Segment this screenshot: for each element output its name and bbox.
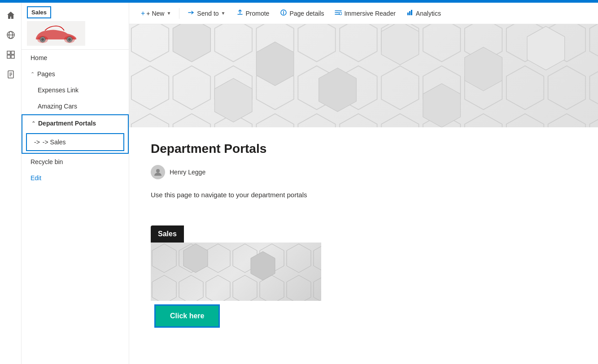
page-info-section: Department Portals Henry Legge Use this … <box>129 127 598 225</box>
site-logo-label[interactable]: Sales <box>27 6 51 18</box>
sales-card: Sales <box>151 225 321 328</box>
svg-rect-20 <box>409 11 410 15</box>
sales-card-area: Sales <box>129 225 598 342</box>
svg-rect-21 <box>411 10 412 15</box>
toolbar: + + New ▼ Send to ▼ <box>129 3 598 24</box>
page-nav-icon[interactable] <box>2 65 20 83</box>
promote-button[interactable]: Promote <box>232 6 274 21</box>
sales-item-label: -> Sales <box>43 139 66 146</box>
dept-portals-label: Department Portals <box>38 120 96 127</box>
svg-rect-5 <box>7 55 10 58</box>
author-avatar <box>151 165 165 179</box>
page-title: Department Portals <box>151 142 576 156</box>
plus-icon: + <box>141 9 145 17</box>
promote-icon <box>236 9 244 18</box>
immersive-reader-icon <box>335 9 342 18</box>
globe-nav-icon[interactable] <box>2 26 20 44</box>
icon-rail <box>0 3 22 364</box>
send-icon <box>188 9 195 18</box>
send-to-button[interactable]: Send to ▼ <box>183 6 230 21</box>
svg-point-16 <box>68 38 71 41</box>
nav-dept-portals-section: ⌃ Department Portals -> -> Sales <box>22 114 129 154</box>
author-name: Henry Legge <box>170 169 205 176</box>
immersive-reader-button[interactable]: Immersive Reader <box>330 6 400 21</box>
new-chevron-icon: ▼ <box>166 11 171 16</box>
nav-sales-item[interactable]: -> -> Sales <box>26 133 124 151</box>
page-body: Department Portals Henry Legge Use this … <box>129 24 598 364</box>
main-content: + + New ▼ Send to ▼ <box>129 3 598 364</box>
hero-hex-area <box>129 24 598 127</box>
svg-point-15 <box>41 38 44 41</box>
nav-expenses-link[interactable]: Expenses Link <box>22 82 129 98</box>
arrow-icon: -> <box>34 139 40 146</box>
sidebar-logo-area: Sales <box>22 3 129 50</box>
svg-point-32 <box>156 169 160 173</box>
page-details-label: Page details <box>289 10 324 17</box>
click-here-button[interactable]: Click here <box>156 306 218 326</box>
sidebar-car-image <box>27 21 85 46</box>
immersive-reader-label: Immersive Reader <box>344 10 395 17</box>
nav-recycle-bin[interactable]: Recycle bin <box>22 154 129 170</box>
home-nav-icon[interactable] <box>2 6 20 24</box>
sales-card-btn-wrapper: Click here <box>151 301 220 328</box>
svg-rect-19 <box>407 13 409 15</box>
author-row: Henry Legge <box>151 165 576 179</box>
sales-card-title: Sales <box>151 225 184 243</box>
svg-rect-34 <box>151 243 321 301</box>
svg-rect-4 <box>11 51 14 54</box>
nav-home[interactable]: Home <box>22 50 129 66</box>
new-label: + New <box>146 10 164 17</box>
nav-edit[interactable]: Edit <box>22 170 129 186</box>
promote-label: Promote <box>246 10 270 17</box>
grid-nav-icon[interactable] <box>2 46 20 64</box>
pages-label: Pages <box>37 70 55 78</box>
nav-pages-header[interactable]: ⌃ Pages <box>22 66 129 82</box>
page-details-icon <box>280 9 287 18</box>
toolbar-divider-1 <box>179 8 179 19</box>
chevron-dept-icon: ⌃ <box>31 121 35 126</box>
page-description: Use this page to navigate to your depart… <box>151 190 576 200</box>
nav-amazing-cars[interactable]: Amazing Cars <box>22 98 129 114</box>
chevron-down-icon: ⌃ <box>31 71 35 77</box>
sidebar: Sales Home ⌃ Pages Expense <box>22 3 129 364</box>
page-details-button[interactable]: Page details <box>275 6 328 21</box>
send-to-label: Send to <box>197 10 218 17</box>
analytics-label: Analytics <box>416 10 441 17</box>
nav-dept-portals-header[interactable]: ⌃ Department Portals <box>22 115 128 131</box>
svg-rect-3 <box>7 51 10 54</box>
analytics-button[interactable]: Analytics <box>402 6 445 21</box>
new-button[interactable]: + + New ▼ <box>136 7 175 20</box>
analytics-icon <box>406 9 414 18</box>
sales-card-image <box>151 243 321 301</box>
send-to-chevron-icon: ▼ <box>221 11 226 16</box>
svg-rect-6 <box>11 55 14 58</box>
svg-point-18 <box>339 12 342 15</box>
